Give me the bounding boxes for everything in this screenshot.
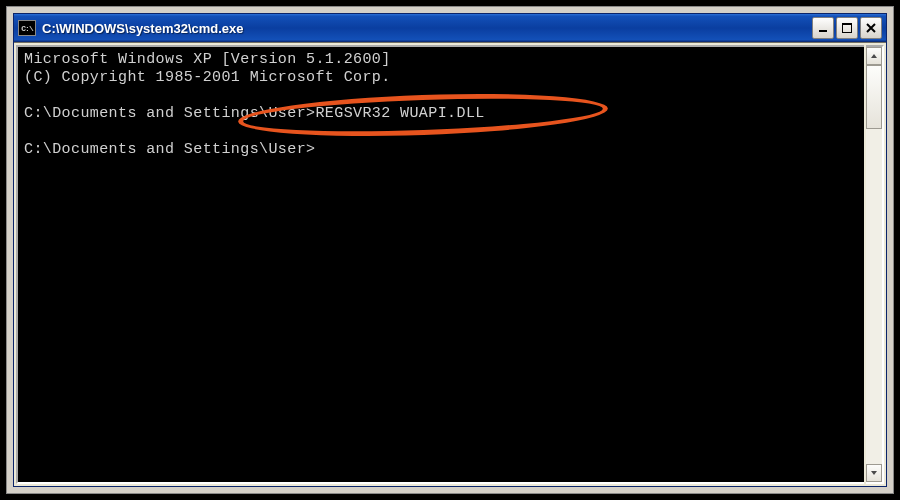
close-button[interactable] xyxy=(860,17,882,39)
copyright-line: (C) Copyright 1985-2001 Microsoft Corp. xyxy=(24,69,391,86)
window-title: C:\WINDOWS\system32\cmd.exe xyxy=(42,21,812,36)
scroll-down-button[interactable] xyxy=(866,464,882,482)
chevron-down-icon xyxy=(870,469,878,477)
maximize-icon xyxy=(842,23,852,33)
chevron-up-icon xyxy=(870,52,878,60)
titlebar[interactable]: C:\ C:\WINDOWS\system32\cmd.exe xyxy=(14,14,886,42)
vertical-scrollbar[interactable] xyxy=(866,45,884,484)
maximize-button[interactable] xyxy=(836,17,858,39)
svg-rect-0 xyxy=(819,30,827,32)
prompt-2: C:\Documents and Settings\User> xyxy=(24,141,315,158)
console-output[interactable]: Microsoft Windows XP [Version 5.1.2600] … xyxy=(16,45,864,484)
outer-frame: C:\ C:\WINDOWS\system32\cmd.exe Microsof… xyxy=(6,6,894,494)
minimize-button[interactable] xyxy=(812,17,834,39)
scroll-up-button[interactable] xyxy=(866,47,882,65)
prompt-1: C:\Documents and Settings\User> xyxy=(24,105,315,122)
version-line: Microsoft Windows XP [Version 5.1.2600] xyxy=(24,51,391,68)
command-1: REGSVR32 WUAPI.DLL xyxy=(315,105,484,122)
svg-rect-2 xyxy=(842,23,852,25)
window-controls xyxy=(812,17,882,39)
cmd-window: C:\ C:\WINDOWS\system32\cmd.exe Microsof… xyxy=(13,13,887,487)
scroll-track[interactable] xyxy=(866,65,882,464)
client-area: Microsoft Windows XP [Version 5.1.2600] … xyxy=(14,42,886,486)
minimize-icon xyxy=(818,23,828,33)
scroll-thumb[interactable] xyxy=(866,65,882,129)
close-icon xyxy=(866,23,876,33)
cmd-icon: C:\ xyxy=(18,20,36,36)
cursor xyxy=(315,142,324,158)
